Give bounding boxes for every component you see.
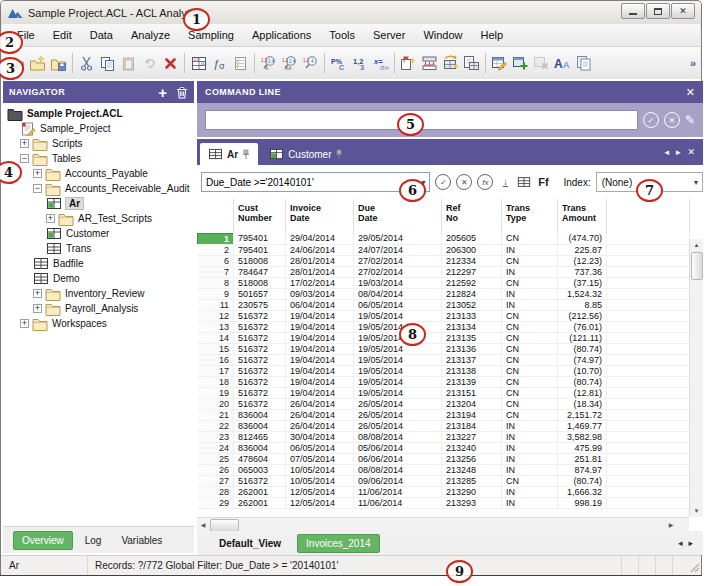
copy-view-icon[interactable] (573, 52, 594, 74)
report-table-icon[interactable] (461, 52, 482, 74)
clear-command-icon[interactable]: ✕ (664, 112, 680, 128)
crosstab-icon[interactable] (440, 52, 461, 74)
menu-help[interactable]: Help (472, 26, 513, 44)
apply-filter-icon[interactable]: ✓ (435, 174, 451, 190)
extract-with-flag-icon[interactable] (398, 52, 419, 74)
tree-item-tables[interactable]: Tables (3, 151, 194, 166)
view-tab-default-view[interactable]: Default_View (211, 535, 289, 552)
table-row[interactable]: 2283600426/04/201426/05/2014213184IN1,46… (198, 420, 690, 431)
scroll-right-icon[interactable]: ▶ (665, 518, 677, 531)
grid-view-icon[interactable] (517, 175, 531, 189)
find-sequence-icon[interactable]: 1,24 (300, 52, 321, 74)
delete-icon[interactable] (160, 52, 181, 74)
table-row[interactable]: 1951637219/04/201419/05/2014213151CN(12.… (198, 387, 690, 398)
table-row[interactable]: 651800828/01/201427/02/2014212334CN(12.2… (198, 255, 690, 266)
menu-data[interactable]: Data (81, 26, 122, 44)
table-layout-icon[interactable]: 6.8365 (188, 52, 209, 74)
scroll-down-icon[interactable]: ▼ (690, 505, 703, 517)
doc-tab-ar[interactable]: Ar (200, 143, 258, 165)
tree-item-trans[interactable]: Trans (3, 241, 194, 256)
col-cust-number[interactable]: CustNumber (234, 199, 286, 233)
table-row[interactable]: 279540124/06/201424/07/2014206300IN225.8… (198, 244, 690, 255)
horizontal-scrollbar[interactable]: ◀ ▶ (197, 517, 689, 532)
table-row[interactable]: 2483600406/05/201405/06/2014213240IN475.… (198, 442, 690, 453)
chevron-down-icon[interactable]: ▼ (690, 179, 702, 186)
tree-item-inventory-review[interactable]: Inventory_Review (3, 286, 194, 301)
tab-log[interactable]: Log (77, 532, 110, 549)
col-ref-no[interactable]: RefNo (442, 199, 502, 233)
col-trans-amount[interactable]: TransAmount (558, 199, 607, 233)
tree-item-customer[interactable]: Customer (3, 226, 194, 241)
edit-view-icon[interactable] (489, 52, 510, 74)
close-icon[interactable]: ✕ (686, 86, 695, 99)
table-row[interactable]: 2606500310/05/201408/08/2014213248IN874.… (198, 464, 690, 475)
table-row[interactable]: 2926200112/05/201411/06/2014213293IN998.… (198, 497, 690, 508)
tab-overview[interactable]: Overview (13, 531, 73, 550)
vertical-scroll-thumb[interactable] (691, 252, 703, 280)
expand-icon[interactable] (20, 319, 29, 328)
table-row[interactable]: 179540129/04/201429/05/2014205605CN(474.… (198, 233, 690, 244)
table-row[interactable]: 2381246530/04/201408/08/2014213227IN3,58… (198, 431, 690, 442)
filter-combobox[interactable]: ▼ (201, 172, 430, 192)
profile-icon[interactable]: P%C (328, 52, 349, 74)
search-sequence-icon[interactable]: 1,22,4AA (279, 52, 300, 74)
tree-item-demo[interactable]: Demo (3, 271, 194, 286)
table-row[interactable]: 1551637219/04/201419/05/2014213136CN(80.… (198, 343, 690, 354)
copy-icon[interactable] (97, 52, 118, 74)
save-project-icon[interactable] (48, 52, 69, 74)
pin-icon[interactable] (242, 149, 250, 160)
col-due-date[interactable]: DueDate (354, 199, 442, 233)
maximize-button[interactable] (646, 3, 670, 19)
col-invoice-date[interactable]: InvoiceDate (286, 199, 354, 233)
statistics-icon[interactable]: ƒσ (209, 52, 230, 74)
next-tab-icon[interactable]: ▸ (676, 147, 681, 157)
new-project-icon[interactable] (27, 52, 48, 74)
trash-icon[interactable] (176, 86, 188, 99)
table-row[interactable]: 1123057506/04/201406/05/2014213052IN8.85 (198, 299, 690, 310)
vertical-scrollbar[interactable]: ▲ ▼ (689, 239, 703, 517)
remove-filter-icon[interactable]: ✕ (456, 174, 472, 190)
expand-icon[interactable] (46, 214, 55, 223)
script-checklist-icon[interactable] (230, 52, 251, 74)
table-row[interactable]: 2547860407/05/201406/06/2014213256IN251.… (198, 453, 690, 464)
close-button[interactable]: ✕ (671, 3, 695, 19)
col-trans-type[interactable]: TransType (502, 199, 558, 233)
view-tab-invoices-2014[interactable]: Invoices_2014 (297, 534, 380, 553)
menu-analyze[interactable]: Analyze (122, 26, 179, 44)
table-row[interactable]: 778464728/01/201427/02/2014212297IN737.3… (198, 266, 690, 277)
table-row[interactable]: 1351637219/04/201419/05/2014213134CN(76.… (198, 321, 690, 332)
total-icon[interactable]: x=σ∞ (370, 52, 391, 74)
resize-grip[interactable] (689, 556, 701, 575)
tab-variables[interactable]: Variables (113, 532, 170, 549)
paste-icon[interactable] (118, 52, 139, 74)
expand-icon[interactable] (33, 304, 42, 313)
collapse-icon[interactable] (33, 184, 42, 193)
table-row[interactable]: 2051637226/04/201426/05/2014213204CN(18.… (198, 398, 690, 409)
menu-applications[interactable]: Applications (243, 26, 320, 44)
next-view-icon[interactable]: ▸ (688, 538, 693, 548)
close-tab-icon[interactable]: ✕ (687, 147, 695, 157)
menu-tools[interactable]: Tools (320, 26, 364, 44)
table-row[interactable]: 1651637219/04/201419/05/2014213137CN(74.… (198, 354, 690, 365)
prev-view-icon[interactable]: ◂ (678, 538, 683, 548)
tree-item-workspaces[interactable]: Workspaces (3, 316, 194, 331)
pin-icon[interactable] (335, 149, 343, 160)
cut-icon[interactable] (76, 52, 97, 74)
tree-item-accounts-payable[interactable]: Accounts_Payable (3, 166, 194, 181)
edit-expression-icon[interactable]: fx (477, 174, 493, 190)
doc-tab-customer[interactable]: Customer (261, 143, 351, 165)
expand-icon[interactable] (20, 139, 29, 148)
tree-item-sample-project-acl[interactable]: Sample Project.ACL (3, 106, 194, 121)
table-row[interactable]: 851800817/02/201419/03/2014212592CN(37.1… (198, 277, 690, 288)
table-row[interactable]: 1451637219/04/201419/05/2014213135CN(121… (198, 332, 690, 343)
table-row[interactable]: 2826200112/05/201411/06/2014213290IN1,66… (198, 486, 690, 497)
menu-server[interactable]: Server (364, 26, 414, 44)
table-row[interactable]: 2751637210/05/201409/06/2014213285CN(80.… (198, 475, 690, 486)
tree-item-badfile[interactable]: Badfile (3, 256, 194, 271)
prev-tab-icon[interactable]: ◂ (664, 147, 669, 157)
add-column-icon[interactable] (510, 52, 531, 74)
table-row[interactable]: 1851637219/04/201419/05/2014213139CN(80.… (198, 376, 690, 387)
add-item-icon[interactable]: + (158, 85, 167, 100)
count-icon[interactable]: 1,23 (349, 52, 370, 74)
scroll-left-icon[interactable]: ◀ (197, 518, 209, 531)
